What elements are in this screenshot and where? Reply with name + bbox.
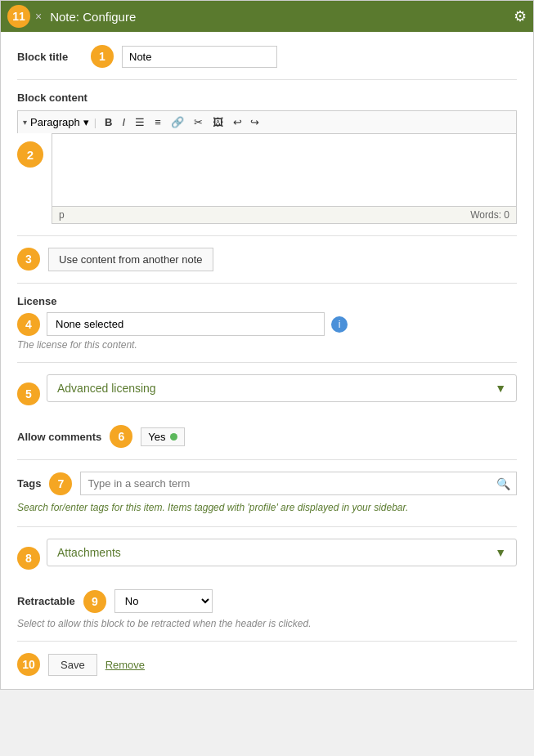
allow-comments-value[interactable]: Yes	[141, 427, 184, 446]
allow-comments-label: Allow comments	[17, 431, 101, 443]
retractable-label: Retractable	[17, 595, 75, 607]
license-row: 4 None selected CC BY CC BY-SA CC BY-NC …	[17, 312, 517, 336]
block-content-section: Block content ▾ Paragraph ▾ | B I ☰ ≡ 🔗 …	[17, 92, 517, 224]
redo-button[interactable]: ↪	[247, 114, 263, 130]
step-badge-3: 3	[17, 248, 40, 271]
paragraph-dropdown-icon: ▾	[83, 116, 89, 128]
search-icon: 🔍	[496, 477, 510, 490]
editor-word-count: Words: 0	[470, 209, 509, 221]
license-info-icon[interactable]: i	[331, 316, 348, 333]
use-content-button[interactable]: Use content from another note	[48, 248, 213, 271]
divider-6	[17, 526, 517, 527]
link-button[interactable]: 🔗	[168, 114, 187, 130]
titlebar: 11 × Note: Configure ⚙	[1, 1, 533, 32]
italic-button[interactable]: I	[119, 114, 129, 130]
license-select[interactable]: None selected CC BY CC BY-SA CC BY-NC CC…	[47, 312, 325, 336]
retractable-hint: Select to allow this block to be retract…	[17, 618, 517, 629]
unordered-list-button[interactable]: ☰	[132, 114, 148, 130]
step-badge-9: 9	[83, 590, 106, 613]
attachments-header[interactable]: Attachments ▼	[47, 539, 516, 566]
paragraph-label: Paragraph	[30, 116, 80, 128]
toolbar-chevron-icon: ▾	[23, 118, 27, 127]
step-badge-5: 5	[17, 382, 40, 405]
advanced-licensing-chevron-icon: ▼	[495, 382, 506, 395]
editor-status-bar: p Words: 0	[52, 207, 517, 224]
divider-3	[17, 283, 517, 284]
retractable-row: Retractable 9 No Yes	[17, 589, 517, 613]
tags-row: Tags 7 🔍	[17, 472, 517, 495]
editor-area-wrapper: 2 p Words: 0	[17, 133, 517, 224]
block-title-label: Block title	[17, 51, 83, 63]
paragraph-select[interactable]: Paragraph ▾	[30, 116, 89, 128]
retractable-select[interactable]: No Yes	[114, 589, 213, 613]
step-badge-7: 7	[49, 472, 72, 495]
image-button[interactable]: 🖼	[209, 114, 227, 130]
editor-element-tag: p	[59, 209, 65, 221]
tags-label: Tags	[17, 477, 41, 490]
license-label: License	[17, 295, 56, 307]
allow-comments-text: Yes	[148, 431, 165, 443]
divider-4	[17, 362, 517, 363]
footer-row: 10 Save Remove	[17, 653, 517, 676]
step-badge-11: 11	[7, 5, 30, 28]
close-icon[interactable]: ×	[35, 10, 42, 23]
advanced-licensing-header[interactable]: Advanced licensing ▼	[47, 375, 516, 401]
attachments-chevron-icon: ▼	[495, 546, 506, 559]
block-title-row: Block title 1	[17, 45, 517, 68]
step-badge-4: 4	[17, 313, 40, 336]
step-badge-6: 6	[110, 425, 132, 448]
license-hint: The license for this content.	[17, 339, 517, 351]
block-content-label: Block content	[17, 92, 517, 104]
license-section: License 4 None selected CC BY CC BY-SA C…	[17, 295, 517, 351]
advanced-licensing-section: Advanced licensing ▼	[47, 374, 517, 402]
step-badge-2: 2	[17, 141, 43, 168]
block-title-input[interactable]	[122, 46, 277, 68]
divider-2	[17, 235, 517, 236]
remove-button[interactable]: Remove	[105, 659, 145, 671]
gear-icon[interactable]: ⚙	[514, 7, 527, 25]
divider-5	[17, 459, 517, 460]
separator-1: |	[94, 116, 96, 128]
bold-button[interactable]: B	[101, 114, 115, 130]
editor-content-area[interactable]	[52, 133, 517, 207]
attachments-row: 8 Attachments ▼	[17, 539, 517, 578]
tags-hint: Search for/enter tags for this item. Ite…	[17, 500, 517, 515]
green-dot-icon	[170, 433, 177, 441]
retractable-select-wrapper: No Yes	[114, 589, 213, 613]
divider-7	[17, 641, 517, 642]
tags-search-wrapper: 🔍	[80, 472, 517, 495]
main-content: Block title 1 Block content ▾ Paragraph …	[1, 32, 533, 689]
allow-comments-row: Allow comments 6 Yes	[17, 425, 517, 448]
attachments-section: Attachments ▼	[47, 539, 517, 566]
step-badge-1: 1	[91, 45, 114, 68]
step-badge-10: 10	[17, 653, 40, 676]
editor-flex: p Words: 0	[52, 133, 517, 224]
advanced-licensing-label: Advanced licensing	[57, 382, 156, 395]
save-button[interactable]: Save	[48, 654, 97, 676]
attachments-label: Attachments	[57, 546, 121, 559]
undo-button[interactable]: ↩	[230, 114, 245, 130]
editor-toolbar: ▾ Paragraph ▾ | B I ☰ ≡ 🔗 ✂ 🖼 ↩ ↪	[17, 110, 517, 133]
unlink-button[interactable]: ✂	[191, 114, 206, 130]
tags-search-input[interactable]	[80, 472, 517, 495]
advanced-licensing-row: 5 Advanced licensing ▼	[17, 374, 517, 414]
use-content-row: 3 Use content from another note	[17, 248, 517, 271]
divider-1	[17, 79, 517, 80]
undo-redo-group: ↩ ↪	[230, 114, 263, 130]
titlebar-title: Note: Configure	[42, 10, 514, 24]
ordered-list-button[interactable]: ≡	[151, 114, 164, 130]
license-select-wrapper: None selected CC BY CC BY-SA CC BY-NC CC…	[47, 312, 325, 336]
step-badge-8: 8	[17, 547, 40, 570]
configure-window: 11 × Note: Configure ⚙ Block title 1 Blo…	[0, 0, 534, 690]
